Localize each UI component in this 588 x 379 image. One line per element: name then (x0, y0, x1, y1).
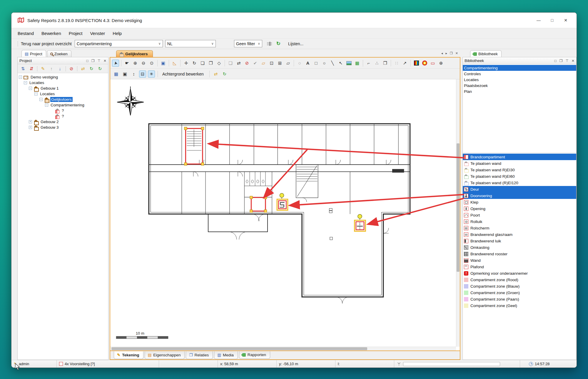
panel-maximize-button[interactable]: □ (86, 59, 88, 63)
zoom-out-icon[interactable]: ⊖ (140, 60, 147, 67)
tree-item[interactable]: + Gebouw 2 (18, 119, 108, 125)
sync-icon[interactable]: ⇄ (80, 66, 86, 71)
category-select[interactable]: Compartimentering ∨ (75, 40, 163, 47)
tab-float-icon[interactable]: ❐ (450, 51, 453, 55)
panel-maximize-button[interactable]: □ (554, 59, 556, 63)
tab-relaties[interactable]: ❐ Relaties (186, 351, 213, 359)
red-rect-icon[interactable]: ▭ (429, 60, 436, 67)
panel-pin-button[interactable]: ⊤ (97, 59, 100, 63)
refresh-icon[interactable]: ↻ (276, 41, 280, 47)
menu-project[interactable]: Project (65, 29, 86, 38)
snap-object-icon[interactable]: ❐ (382, 60, 389, 67)
vertical-scrollbar-thumb[interactable] (457, 143, 460, 272)
back-to-overview-button[interactable]: Terug naar project overzicht (21, 41, 72, 46)
edit-points-icon[interactable]: ◇ (216, 60, 223, 67)
library-item[interactable]: Compartiment zone (Groen) (463, 289, 576, 296)
zoom-in-icon[interactable]: ⊕ (132, 60, 139, 67)
tree-item[interactable]: − Demo vestiging (18, 74, 108, 80)
jump-icon[interactable]: ↗ (401, 60, 408, 67)
tree-item[interactable]: + Gebouw 3 (18, 125, 108, 130)
tree-toggle[interactable]: − (45, 103, 48, 107)
tree-toggle[interactable]: + (29, 120, 32, 123)
filter-settings-icon[interactable] (266, 41, 273, 46)
library-item[interactable]: Te plaatsen wand (R)EI120 (463, 180, 576, 186)
tab-bibliotheek[interactable]: Bibliotheek (470, 50, 502, 57)
tree-label[interactable]: Gebouw 2 (40, 119, 60, 124)
library-item[interactable]: Omkasting (463, 244, 576, 251)
library-item[interactable]: Te plaatsen wand (463, 160, 576, 167)
select-tool-icon[interactable]: ➤ (112, 60, 119, 67)
library-item[interactable]: Plafond (463, 264, 576, 270)
menu-help[interactable]: Help (109, 29, 126, 38)
menu-venster[interactable]: Venster (86, 29, 109, 38)
tree-label[interactable]: Locaties (29, 80, 45, 85)
tree-item[interactable]: ? (18, 113, 108, 119)
tab-close-icon[interactable]: ✕ (455, 51, 458, 55)
library-item[interactable]: Klep (463, 199, 576, 205)
forbidden-icon[interactable]: ⊘ (243, 60, 250, 67)
tree-label[interactable]: Compartimentering (50, 103, 85, 108)
floor-plan-canvas[interactable]: 10 m (110, 79, 460, 351)
library-item[interactable]: Brandwerend luik (463, 238, 576, 244)
ellipse-tool-icon[interactable]: ○ (321, 60, 328, 67)
refresh-icon[interactable]: ↻ (97, 66, 103, 71)
move-tool-icon[interactable]: ✛ (183, 60, 190, 67)
edit-background-button[interactable]: Achtergrond bewerken (162, 72, 204, 76)
panel-pin-button[interactable]: ⊤ (565, 59, 568, 63)
tab-project[interactable]: ▤ Project (21, 50, 46, 57)
sync-icon[interactable]: ⇄ (212, 71, 219, 78)
folder-icon[interactable]: ▱ (260, 60, 267, 67)
table-tool-icon[interactable]: ▦ (354, 60, 361, 67)
tab-zoeken[interactable]: Zoeken (47, 50, 71, 57)
panel-float-button[interactable]: ❐ (91, 59, 95, 63)
tree-item[interactable]: − Compartimentering (18, 102, 108, 108)
lasso-icon[interactable]: ◌ (296, 60, 303, 67)
category-item[interactable]: Locaties (463, 77, 576, 83)
library-item[interactable]: Compartiment zone (Rood) (463, 276, 576, 283)
tab-gelijkvloers[interactable]: Gelijkvloers (116, 50, 153, 57)
library-item[interactable]: Poort (463, 212, 576, 218)
tree-item[interactable]: ? (18, 108, 108, 113)
library-item[interactable]: Compartiment zone (Geel) (463, 302, 576, 309)
target-icon[interactable] (421, 60, 428, 67)
library-item[interactable]: Brandwerend glas/raam (463, 231, 576, 238)
tree-label[interactable]: Locaties (39, 91, 56, 96)
image-tool-icon[interactable] (345, 60, 353, 67)
library-item[interactable]: Opening (463, 205, 576, 212)
tab-next-icon[interactable]: ▸ (445, 51, 447, 55)
tab-rapporten[interactable]: Rapporten (239, 351, 270, 359)
sort-tree-icon[interactable]: ⇅ (20, 66, 26, 71)
library-item[interactable]: Te plaatsen wand R)EI60 (463, 173, 576, 180)
approve-icon[interactable]: ✔ (252, 60, 259, 67)
move-up-icon[interactable]: ↑ (49, 66, 54, 71)
maximize-button[interactable]: □ (545, 15, 559, 25)
tree-toggle[interactable]: − (34, 92, 38, 95)
tree-item[interactable]: − Gebouw 1 (18, 85, 108, 91)
category-item[interactable]: Compartimentering (463, 65, 576, 71)
tab-eigenschappen[interactable]: ▤ Eigenschappen (145, 351, 185, 359)
edit-icon[interactable]: ✎ (40, 66, 46, 71)
library-item[interactable]: Doorvoering (463, 192, 576, 199)
tab-tekening[interactable]: ✎ Tekening (114, 351, 143, 359)
tree-label[interactable]: Gelijkvloers (50, 97, 73, 102)
tree-item-selected[interactable]: − Gelijkvloers (18, 97, 108, 102)
block-icon[interactable]: ⊘ (69, 66, 74, 71)
text-tool-icon[interactable]: A (304, 60, 311, 67)
library-item[interactable]: Opmerking voor onderaannemer (463, 270, 576, 276)
line-tool-icon[interactable]: ╲ (329, 60, 336, 67)
horizontal-scrollbar-thumb[interactable] (111, 347, 367, 350)
bring-front-icon[interactable]: ❏ (199, 60, 206, 67)
library-item[interactable]: Wand (463, 257, 576, 264)
tree-toggle[interactable]: − (39, 98, 43, 101)
tree-toggle[interactable]: + (29, 126, 32, 129)
snap-endpoint-icon[interactable]: ⌐ (365, 60, 372, 67)
library-item[interactable]: Brandwerend rooster (463, 251, 576, 257)
tree-label[interactable]: ? (61, 108, 65, 113)
tab-media[interactable]: ▥ Media (214, 351, 238, 359)
tree-item[interactable]: − Locaties (18, 91, 108, 97)
rect-tool-icon[interactable]: □ (313, 60, 320, 67)
measure-icon[interactable]: ◺ (171, 60, 178, 67)
send-back-icon[interactable]: ❐ (207, 60, 214, 67)
rotate-tool-icon[interactable]: ↻ (191, 60, 198, 67)
ruler-icon[interactable]: ⊟ (139, 71, 146, 78)
